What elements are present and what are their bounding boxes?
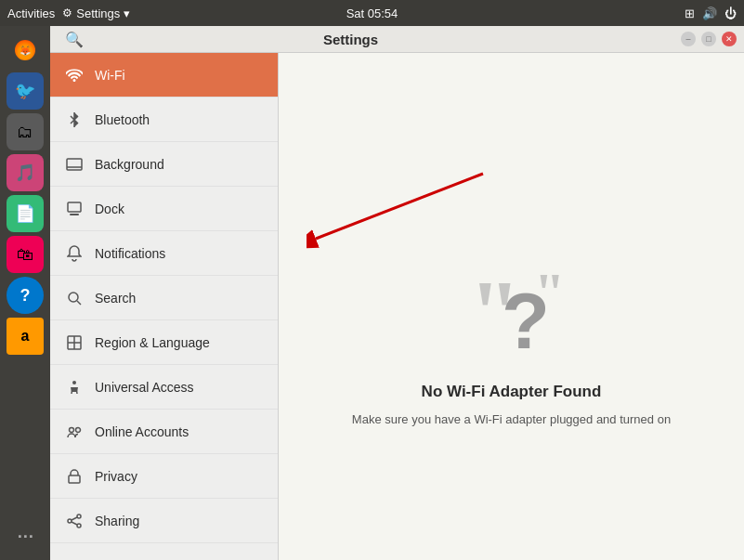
question-mark-graphic: " ? ": [450, 260, 571, 371]
no-wifi-title: No Wi-Fi Adapter Found: [422, 383, 602, 401]
svg-rect-3: [70, 214, 79, 215]
region-icon: [65, 333, 84, 352]
rhythmbox-icon: 🎵: [15, 163, 35, 183]
dock-item-amazon[interactable]: a: [7, 318, 44, 355]
bluetooth-icon: [65, 111, 84, 129]
svg-point-16: [77, 524, 81, 527]
writer-icon: 📄: [15, 203, 35, 224]
accounts-label: Online Accounts: [95, 424, 189, 439]
amazon-icon: a: [21, 328, 30, 345]
settings-window: 🔍 Settings – □ ✕ Wi-Fi: [50, 26, 744, 560]
sidebar-item-privacy[interactable]: Privacy: [50, 454, 278, 499]
sidebar-item-bluetooth[interactable]: Bluetooth: [50, 98, 278, 142]
privacy-label: Privacy: [95, 469, 137, 484]
notifications-icon: [65, 244, 84, 263]
sound-icon: [65, 556, 84, 561]
search-label: Search: [95, 291, 136, 306]
files-icon: 🗂: [17, 123, 33, 142]
wifi-label: Wi-Fi: [95, 68, 125, 83]
question-mark-svg: " ? ": [450, 260, 571, 371]
access-icon: [65, 378, 84, 397]
minimize-button[interactable]: –: [681, 32, 696, 46]
topbar-clock: Sat 05:54: [346, 7, 398, 20]
svg-line-18: [72, 517, 77, 520]
help-icon: ?: [20, 286, 31, 306]
dock-item-software[interactable]: 🛍: [7, 236, 44, 273]
svg-point-12: [70, 427, 74, 432]
sidebar-item-search[interactable]: Search: [50, 276, 278, 320]
sidebar-item-notifications[interactable]: Notifications: [50, 231, 278, 276]
sidebar-item-dock[interactable]: Dock: [50, 187, 278, 231]
svg-line-11: [76, 387, 77, 394]
sidebar-item-sharing[interactable]: Sharing: [50, 499, 278, 543]
svg-point-9: [72, 381, 76, 384]
maximize-button[interactable]: □: [701, 32, 716, 46]
dock-item-firefox[interactable]: 🦊: [7, 32, 44, 69]
sidebar-item-accounts[interactable]: Online Accounts: [50, 410, 278, 454]
activities-button[interactable]: Activities: [7, 7, 55, 20]
dock-item-show-apps[interactable]: ⋯: [7, 517, 44, 554]
dock-item-help[interactable]: ?: [7, 277, 44, 314]
topbar-left: Activities ⚙ Settings ▾: [7, 7, 130, 20]
sidebar-item-region[interactable]: Region & Language: [50, 320, 278, 365]
dock-item-rhythmbox[interactable]: 🎵: [7, 154, 44, 191]
settings-sidebar: Wi-Fi Bluetooth Backgr: [50, 53, 279, 560]
access-label: Universal Access: [95, 380, 194, 395]
svg-point-15: [77, 514, 81, 518]
accounts-icon: [65, 423, 84, 441]
svg-rect-14: [69, 475, 80, 483]
sound-icon[interactable]: 🔊: [702, 7, 717, 20]
region-label: Region & Language: [95, 335, 210, 350]
dock-item-files[interactable]: 🗂: [7, 113, 44, 150]
sidebar-item-access[interactable]: Universal Access: [50, 365, 278, 410]
svg-line-5: [77, 301, 81, 305]
privacy-icon: [65, 467, 84, 486]
svg-point-17: [68, 519, 72, 523]
application-dock: 🦊 🐦 🗂 🎵 📄 🛍 ? a ⋯: [0, 26, 50, 560]
wifi-icon: [65, 66, 84, 85]
dock-item-thunderbird[interactable]: 🐦: [7, 72, 44, 110]
background-label: Background: [95, 157, 164, 172]
software-icon: 🛍: [17, 245, 33, 265]
window-title: Settings: [95, 32, 607, 47]
power-icon[interactable]: ⏻: [724, 7, 737, 20]
annotation-arrow: [307, 164, 492, 260]
settings-menu[interactable]: ⚙ Settings ▾: [62, 7, 130, 20]
search-icon: [65, 289, 84, 307]
dock-item-writer[interactable]: 📄: [7, 195, 44, 232]
topbar: Activities ⚙ Settings ▾ Sat 05:54 ⊞ 🔊 ⏻: [0, 0, 744, 26]
dock-icon: [65, 200, 84, 218]
svg-point-13: [76, 427, 81, 432]
sidebar-item-wifi[interactable]: Wi-Fi: [50, 53, 278, 98]
content-area: Wi-Fi Bluetooth Backgr: [50, 53, 744, 560]
firefox-icon: 🦊: [15, 40, 35, 60]
svg-rect-2: [68, 202, 81, 212]
dock-label: Dock: [95, 202, 124, 216]
window-titlebar: 🔍 Settings – □ ✕: [50, 26, 744, 53]
svg-text:": ": [534, 262, 565, 323]
window-controls: – □ ✕: [681, 32, 744, 46]
network-icon[interactable]: ⊞: [685, 7, 695, 20]
svg-line-19: [72, 522, 77, 525]
sidebar-item-sound[interactable]: Sound: [50, 543, 278, 560]
close-button[interactable]: ✕: [722, 32, 737, 46]
no-wifi-subtitle: Make sure you have a Wi-Fi adapter plugg…: [352, 412, 671, 426]
titlebar-search-icon[interactable]: 🔍: [61, 26, 87, 52]
sharing-icon: [65, 512, 84, 530]
show-apps-icon: ⋯: [17, 526, 33, 546]
notifications-label: Notifications: [95, 246, 165, 261]
sharing-label: Sharing: [95, 514, 139, 528]
thunderbird-icon: 🐦: [15, 81, 35, 101]
topbar-right: ⊞ 🔊 ⏻: [685, 7, 737, 20]
svg-line-22: [316, 174, 483, 239]
no-wifi-message: " ? " No Wi-Fi Adapter Found Make sure y…: [352, 260, 671, 426]
svg-point-4: [69, 293, 78, 302]
wifi-main-panel: " ? " No Wi-Fi Adapter Found Make sure y…: [279, 53, 744, 560]
sidebar-item-background[interactable]: Background: [50, 142, 278, 187]
svg-line-10: [72, 387, 72, 394]
background-icon: [65, 155, 84, 174]
bluetooth-label: Bluetooth: [95, 112, 150, 127]
svg-rect-0: [67, 159, 82, 170]
